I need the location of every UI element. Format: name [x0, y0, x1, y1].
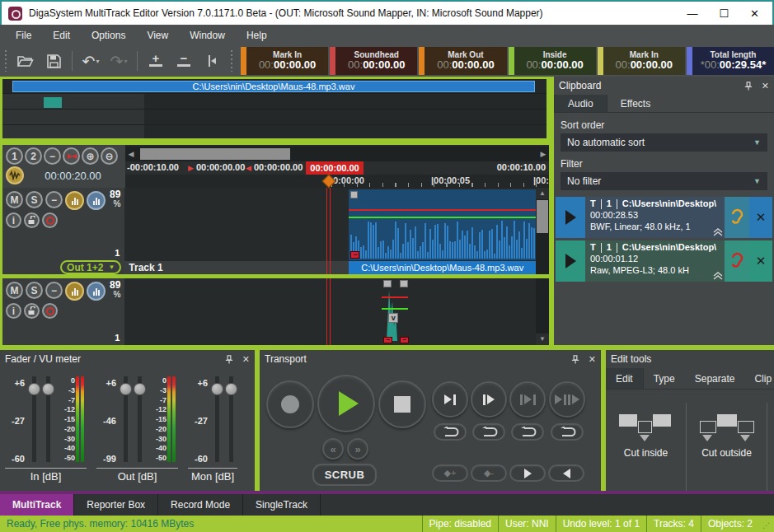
overview-selected-clip[interactable]: C:\Users\nin\Desktop\Maus-48.mp3.wav — [12, 81, 535, 92]
entry-play-button[interactable] — [556, 197, 585, 238]
menu-edit[interactable]: Edit — [44, 27, 79, 44]
track2-vscrollbar[interactable]: ▼ — [536, 278, 549, 345]
undo-dropdown-caret[interactable]: ▾ — [96, 58, 99, 65]
entry-prelisten-button[interactable] — [725, 197, 749, 238]
scroll-right-icon[interactable]: ▶ — [537, 150, 549, 158]
close-panel-icon[interactable]: ✕ — [589, 354, 596, 365]
track2-lane[interactable]: v − − — [124, 278, 536, 345]
mark-in-flag-icon[interactable]: ▶ — [188, 164, 194, 172]
menu-window[interactable]: Window — [181, 27, 234, 44]
vscrollbar-thumb[interactable] — [537, 200, 548, 233]
stop-button[interactable] — [378, 380, 426, 428]
fader-slider[interactable] — [41, 373, 54, 465]
fader-slider[interactable] — [27, 373, 40, 465]
toolbar-grip[interactable] — [230, 50, 233, 72]
menu-help[interactable]: Help — [237, 27, 276, 44]
play-from-mark-button[interactable] — [471, 381, 507, 418]
loop-button-3[interactable] — [511, 423, 544, 441]
ruler-ticks[interactable]: 0:00:00 |00:00:05 |00: — [125, 175, 549, 188]
track1-lane[interactable]: − Track 1 C:\Users\nin\Desktop\Maus-48.m… — [124, 188, 536, 274]
project-overview[interactable]: C:\Users\nin\Desktop\Maus-48.mp3.wav — [0, 77, 549, 141]
tab-edit[interactable]: Edit — [606, 368, 644, 389]
tab-type[interactable]: Type — [644, 368, 685, 389]
tab-multitrack[interactable]: MultiTrack — [0, 494, 74, 516]
clipboard-entry[interactable]: T1C:\Users\nin\Desktop\ 00:00:01.12 Raw,… — [556, 240, 772, 282]
prev-marker-button[interactable] — [548, 464, 584, 482]
menu-file[interactable]: File — [7, 27, 40, 44]
close-panel-icon[interactable]: ✕ — [242, 354, 250, 365]
record-arm-button[interactable] — [42, 212, 58, 228]
open-file-button[interactable] — [15, 50, 36, 72]
zoom-in-button[interactable]: ⊕ — [82, 147, 99, 165]
redo-button[interactable]: ↷▾ — [108, 50, 129, 72]
overview-small-clip[interactable] — [44, 97, 62, 108]
loop-button-4[interactable] — [551, 423, 584, 441]
maximize-button[interactable]: ☐ — [719, 8, 729, 19]
entry-remove-button[interactable]: ✕ — [749, 240, 772, 282]
meter-gold-button[interactable] — [65, 282, 84, 301]
scroll-down-icon[interactable]: ▼ — [536, 334, 549, 345]
track1-vscrollbar[interactable]: ▲ — [536, 188, 549, 274]
meter-blue-button[interactable] — [87, 191, 106, 210]
clip-v-handle[interactable]: v — [388, 313, 398, 323]
menu-options[interactable]: Options — [82, 27, 134, 44]
goto-marker-button[interactable] — [201, 50, 223, 72]
scroll-left-icon[interactable]: ◀ — [125, 150, 137, 158]
scroll-up-icon[interactable]: ▲ — [536, 188, 549, 199]
play-button[interactable] — [317, 375, 375, 432]
add-marker-button[interactable]: ◆+ — [432, 464, 468, 482]
solo-button[interactable]: S — [26, 191, 43, 208]
timeline-ruler[interactable]: ◀ ▶ -00:00:10.00 ▶ 00:00:00.00 ◀ 00:00:0… — [125, 145, 549, 188]
cut-inside-tool[interactable]: Cut inside — [606, 403, 687, 491]
undo-button[interactable]: ↶▾ — [80, 50, 101, 72]
filter-select[interactable]: No filter▼ — [561, 172, 767, 190]
fader-slider[interactable] — [210, 373, 223, 465]
tab-reporter-box[interactable]: Reporter Box — [74, 494, 158, 516]
tab-clip-insert[interactable]: Clip & I — [744, 368, 774, 389]
meter-blue-button[interactable] — [87, 282, 106, 301]
collapse-chevrons-icon[interactable] — [713, 272, 723, 280]
close-panel-icon[interactable]: ✕ — [762, 81, 769, 91]
clip-green-level-line[interactable] — [349, 217, 536, 218]
collapse-track-button[interactable]: − — [45, 191, 63, 208]
next-marker-button[interactable] — [509, 464, 546, 482]
solo-button[interactable]: S — [26, 282, 43, 299]
delete-marker-button[interactable]: ◆- — [471, 464, 507, 482]
entry-prelisten-button[interactable] — [725, 240, 749, 282]
waveform-mode-button[interactable] — [6, 166, 24, 184]
collapse-button[interactable]: − — [44, 147, 61, 165]
menu-view[interactable]: View — [138, 27, 177, 44]
meter-gold-button[interactable] — [65, 191, 84, 210]
timeline-scrollbar[interactable]: ◀ ▶ — [125, 147, 549, 161]
close-button[interactable]: ✕ — [750, 8, 759, 19]
pin-icon[interactable] — [744, 81, 753, 91]
clip-handle[interactable] — [383, 280, 392, 287]
play-between-marks-button[interactable] — [509, 381, 546, 418]
fader-knob[interactable] — [211, 383, 223, 395]
pin-icon[interactable] — [224, 354, 234, 365]
scrollbar-thumb[interactable] — [140, 148, 290, 160]
lock-button[interactable] — [24, 303, 40, 319]
zoom-selection-button[interactable]: ▶◀ — [63, 147, 80, 165]
entry-play-button[interactable] — [556, 240, 585, 282]
track-name[interactable]: Track 1 — [124, 262, 162, 273]
mark-out-flag-icon[interactable]: ◀ — [246, 164, 251, 172]
clip-handle[interactable] — [400, 280, 408, 287]
clip-minus-handle[interactable]: − — [383, 337, 392, 343]
sort-order-select[interactable]: No automatic sort▼ — [561, 133, 767, 152]
info-button[interactable]: i — [6, 212, 21, 228]
output-routing-select[interactable]: Out 1+2▼ — [60, 260, 121, 274]
mute-button[interactable]: M — [6, 191, 23, 208]
play-to-mark-button[interactable] — [432, 381, 468, 418]
tab-effects[interactable]: Effects — [607, 95, 664, 112]
add-button[interactable]: + — [145, 50, 167, 72]
resize-grip[interactable]: ⋰ — [759, 516, 774, 532]
save-button[interactable] — [43, 50, 64, 72]
info-button[interactable]: i — [6, 303, 21, 319]
tab-separate[interactable]: Separate — [685, 368, 745, 389]
tab-audio[interactable]: Audio — [554, 95, 607, 112]
fader-knob[interactable] — [42, 383, 54, 395]
clip-minus-handle[interactable]: − — [400, 337, 409, 343]
audio-clip-1[interactable]: − — [349, 189, 536, 260]
remove-button[interactable]: − — [173, 50, 195, 72]
